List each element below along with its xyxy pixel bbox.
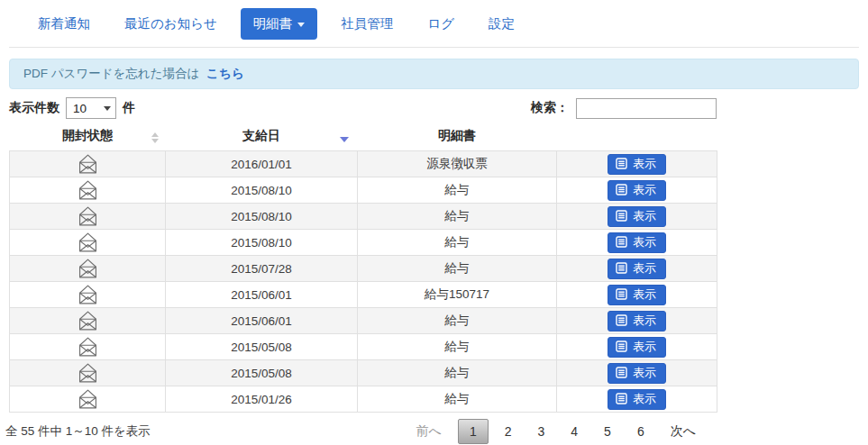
table-row: 2015/08/10給与表示 [10,230,717,256]
view-button[interactable]: 表示 [608,389,666,410]
document-name-cell: 源泉徴収票 [358,151,557,177]
pagination-page-3[interactable]: 3 [527,419,554,444]
document-list-icon [616,236,627,248]
document-list-icon [616,341,627,352]
nav-item-active[interactable]: 明細書 [241,8,318,40]
open-status-cell [10,308,166,334]
pay-date-cell: 2015/08/10 [166,230,358,256]
table-row: 2015/06/01給与表示 [10,308,717,334]
open-status-cell [10,334,166,360]
results-info: 全 55 件中 1～10 件を表示 [5,423,151,440]
table-row: 2015/08/10給与表示 [10,177,717,204]
open-envelope-icon [14,152,161,176]
open-envelope-icon [14,283,161,306]
table-controls: 表示件数 10 件 検索： [9,97,717,119]
document-name-cell: 給与 [358,334,557,360]
pagination-prev[interactable]: 前へ [407,418,452,445]
pay-date-cell: 2015/08/10 [166,177,358,204]
document-name-cell: 給与 [358,230,557,256]
open-status-cell [10,151,166,177]
page-length-select[interactable]: 10 [66,97,116,119]
document-name-cell: 給与 [358,177,557,204]
view-button[interactable]: 表示 [608,311,666,331]
action-cell: 表示 [557,256,717,282]
top-nav: 新着通知最近のお知らせ明細書社員管理ログ設定 [0,0,868,47]
pagination-next[interactable]: 次へ [661,418,706,445]
nav-item-link[interactable]: 設定 [478,8,525,40]
view-button[interactable]: 表示 [608,259,666,279]
pdf-password-link[interactable]: こちら [206,67,243,80]
open-envelope-icon [14,178,161,202]
pdf-password-info-text: PDF パスワードを忘れた場合は [23,67,199,80]
pay-date-cell: 2015/07/28 [166,256,358,282]
pay-date-cell: 2015/05/08 [166,334,358,360]
nav-item-link[interactable]: ログ [416,8,465,40]
action-cell: 表示 [557,230,717,256]
open-status-cell [10,386,166,413]
nav-item-link[interactable]: 最近のお知らせ [114,8,228,40]
header-document[interactable]: 明細書 [358,123,557,151]
search-label: 検索： [531,100,569,116]
page-length-unit: 件 [123,100,135,116]
open-envelope-icon [14,257,161,280]
payslip-page: 新着通知最近のお知らせ明細書社員管理ログ設定 PDF パスワードを忘れた場合は … [0,0,868,445]
view-button[interactable]: 表示 [608,337,666,358]
table-row: 2015/05/08給与表示 [10,360,717,386]
document-name-cell: 給与150717 [358,282,557,308]
nav-item-link[interactable]: 社員管理 [330,8,404,40]
document-name-cell: 給与 [358,360,557,386]
pay-date-cell: 2016/01/01 [166,151,358,177]
pagination-page-6[interactable]: 6 [627,419,654,444]
view-button[interactable]: 表示 [608,232,666,253]
document-name-cell: 給与 [358,308,557,334]
open-envelope-icon [14,335,161,359]
header-open-status[interactable]: 開封状態 [10,123,166,151]
open-envelope-icon [14,309,161,332]
caret-down-icon [297,23,305,27]
pay-date-cell: 2015/06/01 [166,282,358,308]
action-cell: 表示 [557,386,717,413]
view-button[interactable]: 表示 [608,154,666,175]
pagination-page-1[interactable]: 1 [458,419,489,444]
table-footer: 全 55 件中 1～10 件を表示 前へ123456次へ [5,418,859,445]
view-button[interactable]: 表示 [608,180,666,201]
nav-item-link[interactable]: 新着通知 [27,8,101,40]
view-button[interactable]: 表示 [608,363,666,384]
page-length-control: 表示件数 10 件 [9,97,135,119]
pagination: 前へ123456次へ [400,418,706,445]
document-list-icon [616,184,627,195]
action-cell: 表示 [557,177,717,204]
action-cell: 表示 [557,151,717,177]
sort-both-icon [151,132,159,143]
pagination-page-4[interactable]: 4 [561,419,588,444]
table-row: 2015/06/01給与150717表示 [10,282,717,308]
table-row: 2015/08/10給与表示 [10,204,717,230]
document-list-icon [616,288,627,300]
search-control: 検索： [531,98,717,119]
action-cell: 表示 [557,334,717,360]
nav-divider [9,47,859,48]
open-envelope-icon [14,361,161,385]
document-list-icon [616,158,627,169]
action-cell: 表示 [557,360,717,386]
page-length-select-wrap: 10 [66,97,116,119]
document-list-icon [616,262,627,274]
open-envelope-icon [14,387,161,411]
document-list-icon [616,367,627,378]
pagination-page-5[interactable]: 5 [594,419,621,444]
document-name-cell: 給与 [358,256,557,282]
header-pay-date[interactable]: 支給日 [166,123,358,151]
pay-date-cell: 2015/05/08 [166,360,358,386]
pagination-page-2[interactable]: 2 [495,419,522,444]
view-button[interactable]: 表示 [608,206,666,227]
payslip-table: 開封状態 支給日 明細書 2016/01/01源泉徴収票表示2015/08/10… [9,123,717,413]
document-name-cell: 給与 [358,204,557,230]
table-header: 開封状態 支給日 明細書 [10,123,717,151]
open-status-cell [10,204,166,230]
view-button[interactable]: 表示 [608,285,666,305]
action-cell: 表示 [557,282,717,308]
pdf-password-info-bar: PDF パスワードを忘れた場合は こちら [9,59,859,89]
search-input[interactable] [576,98,717,119]
action-cell: 表示 [557,308,717,334]
document-list-icon [616,210,627,222]
